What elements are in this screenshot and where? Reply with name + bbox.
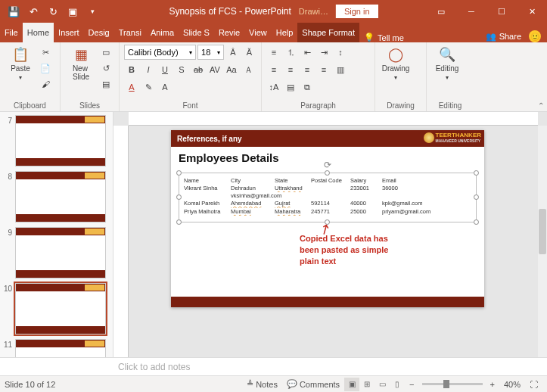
justify-icon[interactable]: ≡	[316, 62, 331, 77]
bold-button[interactable]: B	[124, 62, 139, 77]
university-logo: TEERTHANKERMAHAVEER UNIVERSITY	[424, 132, 481, 143]
drawing-button[interactable]: ◯Drawing▾	[380, 45, 412, 82]
maximize-icon[interactable]: ☐	[486, 0, 517, 23]
tab-slideshow[interactable]: Slide S	[179, 23, 214, 42]
font-dialog-icon[interactable]: A	[157, 79, 172, 95]
zoom-slider-thumb[interactable]	[443, 380, 449, 388]
resize-handle[interactable]	[176, 170, 182, 176]
grow-font-icon[interactable]: Â	[225, 45, 240, 60]
qat-more-icon[interactable]: ▾	[83, 2, 101, 20]
line-spacing-icon[interactable]: ↕	[333, 45, 348, 60]
tab-help[interactable]: Help	[272, 23, 298, 42]
normal-view-icon[interactable]: ▣	[344, 378, 359, 391]
zoom-level[interactable]: 40%	[499, 376, 525, 393]
editing-button[interactable]: 🔍Editing▾	[431, 45, 463, 82]
tab-transitions[interactable]: Transi	[114, 23, 146, 42]
thumb-7[interactable]	[15, 115, 106, 166]
collapse-ribbon-icon[interactable]: ⌃	[538, 101, 544, 110]
close-icon[interactable]: ✕	[517, 0, 547, 23]
tab-view[interactable]: View	[244, 23, 272, 42]
clear-format-icon[interactable]: Ａ	[241, 62, 256, 77]
change-case-icon[interactable]: Aa	[224, 62, 239, 77]
fit-window-icon[interactable]: ⛶	[525, 376, 542, 393]
tab-file[interactable]: File	[0, 23, 23, 42]
resize-handle[interactable]	[474, 170, 479, 176]
thumb-11[interactable]	[15, 339, 106, 357]
minimize-icon[interactable]: ─	[456, 0, 486, 23]
indent-decrease-icon[interactable]: ⇤	[300, 45, 315, 60]
tab-shape-format[interactable]: Shape Format	[297, 23, 359, 42]
slide-counter: Slide 10 of 12	[5, 380, 55, 389]
bullets-icon[interactable]: ≡	[266, 45, 281, 60]
tab-review[interactable]: Revie	[214, 23, 244, 42]
text-box-selected[interactable]: ⟳ NameCityStatePostal CodeSalaryEmail Vi…	[179, 173, 477, 222]
italic-button[interactable]: I	[141, 62, 156, 77]
section-icon[interactable]: ▤	[98, 76, 113, 92]
new-slide-button[interactable]: ▦New Slide	[65, 45, 97, 82]
text-direction-icon[interactable]: ↕A	[266, 79, 281, 95]
cut-icon[interactable]: ✂	[38, 45, 53, 60]
tell-me-search[interactable]: 💡Tell me	[359, 33, 409, 42]
strikethrough-button[interactable]: ab	[191, 62, 206, 77]
notes-pane[interactable]: Click to add notes	[0, 357, 547, 375]
resize-handle[interactable]	[176, 219, 182, 225]
reading-view-icon[interactable]: ▭	[375, 378, 390, 391]
comments-button[interactable]: 💬 Comments	[282, 376, 344, 393]
slideshow-view-icon[interactable]: ▯	[390, 378, 405, 391]
underline-button[interactable]: U	[157, 62, 172, 77]
share-button[interactable]: 👥Share	[486, 32, 521, 42]
slide-editor[interactable]: References, if any TEERTHANKERMAHAVEER U…	[171, 130, 484, 307]
zoom-out-icon[interactable]: −	[405, 376, 418, 393]
feedback-icon[interactable]: 🙂	[529, 30, 541, 42]
resize-handle[interactable]	[474, 219, 479, 225]
pasted-text-content[interactable]: NameCityStatePostal CodeSalaryEmail Vikr…	[179, 173, 476, 219]
tab-insert[interactable]: Insert	[54, 23, 84, 42]
notes-button[interactable]: ≜ Notes	[242, 376, 282, 393]
shrink-font-icon[interactable]: Ă	[242, 45, 256, 60]
rotate-handle-icon[interactable]: ⟳	[324, 160, 331, 170]
zoom-in-icon[interactable]: +	[486, 376, 499, 393]
smartart-icon[interactable]: ⧉	[300, 79, 315, 95]
zoom-slider[interactable]	[422, 383, 483, 385]
tab-design[interactable]: Desig	[84, 23, 114, 42]
highlight-icon[interactable]: ✎	[141, 79, 156, 95]
resize-handle[interactable]	[325, 170, 330, 176]
indent-increase-icon[interactable]: ⇥	[316, 45, 331, 60]
scroll-thumb[interactable]	[539, 209, 546, 254]
shadow-button[interactable]: S	[174, 62, 189, 77]
thumb-10[interactable]	[15, 283, 106, 334]
save-icon[interactable]: 💾	[5, 2, 23, 20]
vertical-scrollbar[interactable]	[538, 126, 547, 357]
font-name-selector[interactable]: Calibri (Body)▾	[124, 45, 196, 60]
font-color-icon[interactable]: A	[124, 79, 139, 95]
align-right-icon[interactable]: ≡	[300, 62, 315, 77]
tab-home[interactable]: Home	[23, 23, 54, 42]
align-text-icon[interactable]: ▤	[283, 79, 298, 95]
start-slideshow-icon[interactable]: ▣	[64, 2, 82, 20]
redo-icon[interactable]: ↻	[44, 2, 62, 20]
reset-icon[interactable]: ↺	[98, 61, 113, 76]
share-icon: 👥	[486, 32, 496, 42]
slide-thumbnails-pane[interactable]: 7 8 9 10 11 12	[0, 112, 113, 357]
tab-animations[interactable]: Anima	[146, 23, 179, 42]
align-center-icon[interactable]: ≡	[283, 62, 298, 77]
resize-handle[interactable]	[176, 194, 182, 200]
thumb-8[interactable]	[15, 171, 106, 222]
slide-canvas[interactable]: References, if any TEERTHANKERMAHAVEER U…	[113, 112, 547, 357]
thumb-9[interactable]	[15, 227, 106, 278]
layout-icon[interactable]: ▭	[98, 45, 113, 60]
sorter-view-icon[interactable]: ⊞	[359, 378, 375, 391]
align-left-icon[interactable]: ≡	[266, 62, 281, 77]
spacing-icon[interactable]: AV	[207, 62, 222, 77]
group-slides-label: Slides	[65, 101, 114, 110]
numbering-icon[interactable]: ⒈	[283, 45, 298, 60]
undo-icon[interactable]: ↶	[24, 2, 42, 20]
copy-icon[interactable]: 📄	[38, 61, 53, 76]
ribbon-options-icon[interactable]: ▭	[426, 0, 456, 23]
resize-handle[interactable]	[474, 194, 479, 200]
format-painter-icon[interactable]: 🖌	[38, 76, 53, 92]
columns-icon[interactable]: ▥	[333, 62, 348, 77]
paste-button[interactable]: 📋Paste▾	[5, 45, 36, 82]
font-size-selector[interactable]: 18▾	[197, 45, 224, 60]
sign-in-button[interactable]: Sign in	[336, 5, 378, 18]
